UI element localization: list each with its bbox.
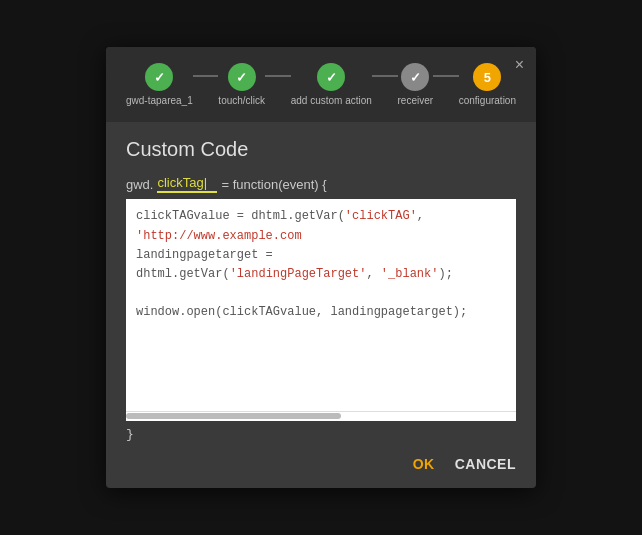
step-line-1 [193, 75, 219, 77]
step-circle-3: ✓ [317, 63, 345, 91]
step-add-custom-action: ✓ add custom action [291, 63, 372, 106]
step-check-2: ✓ [236, 70, 247, 85]
code-line-2: landingpagetarget = dhtml.getVar('landin… [136, 246, 506, 284]
close-button[interactable]: × [515, 57, 524, 73]
code-signature: gwd. clickTag| = function(event) { [126, 175, 516, 193]
step-circle-1: ✓ [145, 63, 173, 91]
dialog-footer: OK CANCEL [106, 442, 536, 488]
step-label-5: configuration [459, 95, 516, 106]
step-check-3: ✓ [326, 70, 337, 85]
code-scrollbar-thumb[interactable] [126, 413, 341, 419]
dialog: × ✓ gwd-taparea_1 ✓ touch/click [106, 47, 536, 487]
step-num-5: 5 [484, 70, 491, 85]
step-check-4: ✓ [410, 70, 421, 85]
step-circle-5: 5 [473, 63, 501, 91]
step-receiver: ✓ receiver [398, 63, 434, 106]
modal-overlay: × ✓ gwd-taparea_1 ✓ touch/click [0, 0, 642, 535]
step-line-2 [265, 75, 291, 77]
code-line-1: clickTAGvalue = dhtml.getVar('clickTAG',… [136, 207, 506, 245]
step-label-2: touch/click [218, 95, 265, 106]
dialog-body: Custom Code gwd. clickTag| = function(ev… [106, 122, 536, 441]
code-editor[interactable]: clickTAGvalue = dhtml.getVar('clickTAG',… [126, 199, 516, 410]
cancel-button[interactable]: CANCEL [455, 456, 516, 472]
step-line-4 [433, 75, 459, 77]
closing-brace: } [126, 421, 516, 442]
step-label-4: receiver [398, 95, 434, 106]
code-scrollbar-area[interactable] [126, 411, 516, 421]
step-touch-click: ✓ touch/click [218, 63, 265, 106]
code-line-empty [136, 323, 506, 403]
code-sig-suffix: = function(event) { [221, 177, 326, 192]
step-label-3: add custom action [291, 95, 372, 106]
step-configuration: 5 configuration [459, 63, 516, 106]
step-circle-4: ✓ [401, 63, 429, 91]
dialog-title: Custom Code [126, 138, 516, 161]
step-label-1: gwd-taparea_1 [126, 95, 193, 106]
step-check-1: ✓ [154, 70, 165, 85]
step-circle-2: ✓ [228, 63, 256, 91]
step-gwd-taparea: ✓ gwd-taparea_1 [126, 63, 193, 106]
code-sig-name: clickTag| [157, 175, 217, 193]
dialog-header: × ✓ gwd-taparea_1 ✓ touch/click [106, 47, 536, 122]
code-line-4: window.open(clickTAGvalue, landingpageta… [136, 303, 506, 322]
code-line-3 [136, 284, 506, 303]
ok-button[interactable]: OK [413, 456, 435, 472]
code-sig-prefix: gwd. [126, 177, 153, 192]
step-line-3 [372, 75, 398, 77]
stepper: ✓ gwd-taparea_1 ✓ touch/click ✓ [126, 63, 516, 106]
